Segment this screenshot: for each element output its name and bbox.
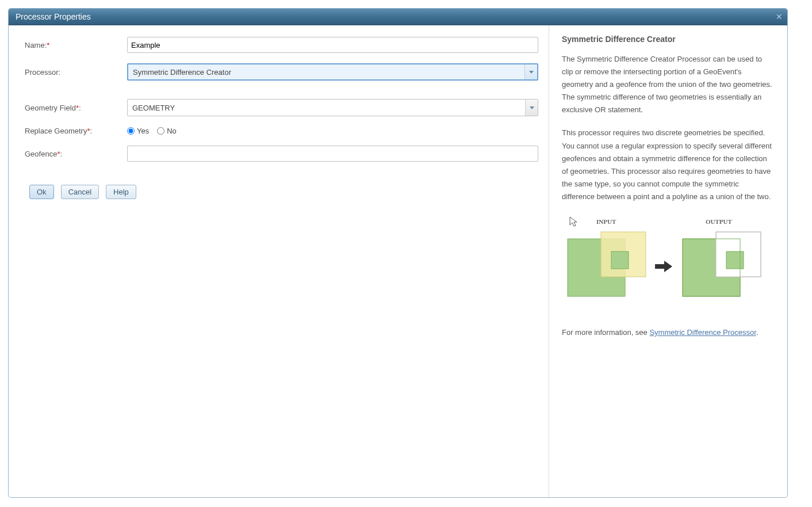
output-shapes	[683, 232, 761, 296]
row-replace-geometry: Replace Geometry*: Yes No	[25, 127, 538, 135]
svg-rect-3	[655, 264, 664, 269]
geometry-field-select[interactable]: GEOMETRY	[127, 99, 538, 116]
name-label: Name:*	[25, 41, 127, 49]
cancel-button[interactable]: Cancel	[61, 185, 99, 199]
replace-no-option[interactable]: No	[157, 127, 177, 135]
row-name: Name:*	[25, 37, 538, 53]
help-button[interactable]: Help	[106, 185, 136, 199]
close-icon[interactable]: ✕	[776, 12, 783, 21]
button-row: Ok Cancel Help	[29, 185, 538, 199]
input-shapes	[568, 232, 646, 296]
replace-geometry-label: Replace Geometry*:	[25, 127, 127, 135]
processor-select-trigger[interactable]	[524, 64, 537, 79]
dialog-title: Processor Properties	[16, 12, 91, 21]
replace-yes-option[interactable]: Yes	[127, 127, 149, 135]
diagram-output-label: OUTPUT	[706, 218, 733, 225]
processor-select[interactable]: Symmetric Difference Creator	[127, 63, 538, 81]
replace-no-radio[interactable]	[157, 127, 164, 135]
help-panel: Symmetric Difference Creator The Symmetr…	[549, 25, 787, 497]
dialog-body: Name:* Processor: Symmetric Difference C…	[9, 25, 787, 497]
chevron-down-icon	[530, 106, 534, 109]
help-link-symmetric-difference[interactable]: Symmetric Difference Processor	[649, 328, 756, 337]
name-input[interactable]	[127, 37, 538, 53]
svg-marker-4	[664, 261, 672, 272]
geometry-field-value: GEOMETRY	[128, 100, 525, 116]
help-paragraph-2: This processor requires two discrete geo…	[562, 127, 773, 203]
chevron-down-icon	[529, 71, 534, 74]
help-diagram: INPUT OUTPUT	[562, 214, 773, 311]
replace-geometry-radios: Yes No	[127, 127, 177, 135]
geometry-field-label: Geometry Field*:	[25, 104, 127, 112]
svg-rect-8	[726, 251, 744, 269]
row-geofence: Geofence*:	[25, 146, 538, 162]
arrow-right-icon	[655, 261, 672, 272]
processor-label: Processor:	[25, 68, 127, 77]
geofence-label: Geofence*:	[25, 150, 127, 158]
svg-rect-2	[611, 251, 629, 269]
geofence-input[interactable]	[127, 146, 538, 162]
row-processor: Processor: Symmetric Difference Creator	[25, 63, 538, 81]
ok-button[interactable]: Ok	[29, 185, 54, 199]
symmetric-difference-diagram: INPUT OUTPUT	[562, 214, 763, 311]
replace-yes-radio[interactable]	[127, 127, 135, 135]
required-marker: *	[47, 41, 49, 49]
cursor-icon	[570, 217, 577, 226]
processor-properties-dialog: Processor Properties ✕ Name:* Processor:…	[8, 8, 788, 498]
dialog-titlebar: Processor Properties ✕	[9, 9, 787, 25]
help-more-info: For more information, see Symmetric Diff…	[562, 326, 773, 339]
geometry-field-trigger[interactable]	[525, 100, 538, 116]
row-geometry-field: Geometry Field*: GEOMETRY	[25, 99, 538, 116]
help-title: Symmetric Difference Creator	[562, 35, 773, 44]
processor-select-value: Symmetric Difference Creator	[128, 64, 524, 79]
form-panel: Name:* Processor: Symmetric Difference C…	[9, 25, 549, 497]
help-paragraph-1: The Symmetric Difference Creator Process…	[562, 53, 773, 116]
diagram-input-label: INPUT	[596, 218, 616, 225]
